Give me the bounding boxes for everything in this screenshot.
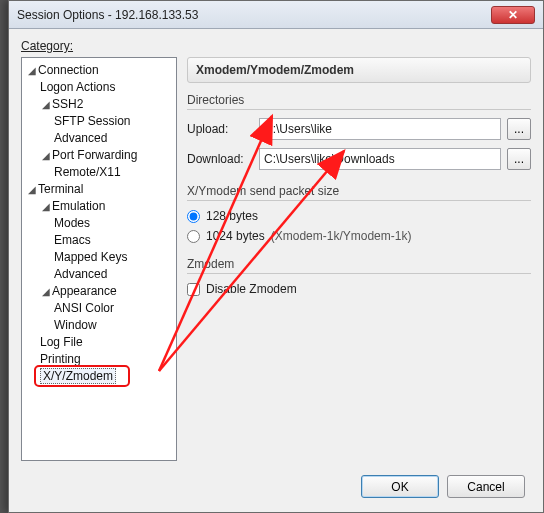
checkbox-disable-zmodem[interactable]: Disable Zmodem <box>187 282 531 296</box>
titlebar[interactable]: Session Options - 192.168.133.53 ✕ <box>9 1 543 29</box>
category-label: Category: <box>21 39 531 53</box>
upload-browse-button[interactable]: ... <box>507 118 531 140</box>
twist-icon[interactable]: ◢ <box>40 96 51 113</box>
tree-item-log-file[interactable]: Log File <box>40 334 174 351</box>
tree-item-mapped-keys[interactable]: Mapped Keys <box>54 249 174 266</box>
upload-label: Upload: <box>187 122 253 136</box>
group-title: X/Ymodem send packet size <box>187 184 531 198</box>
tree-item-ansi-color[interactable]: ANSI Color <box>54 300 174 317</box>
group-title: Directories <box>187 93 531 107</box>
tree-item-xyzmodem[interactable]: X/Y/Zmodem <box>40 368 174 385</box>
checkbox-input[interactable] <box>187 283 200 296</box>
category-tree[interactable]: ◢Connection Logon Actions ◢SSH2 SFTP Ses… <box>21 57 177 461</box>
tree-item-modes[interactable]: Modes <box>54 215 174 232</box>
close-button[interactable]: ✕ <box>491 6 535 24</box>
tree-item-appearance[interactable]: ◢Appearance ANSI Color Window <box>40 283 174 334</box>
tree-item-terminal[interactable]: ◢Terminal ◢Emulation Modes Emacs Mapped … <box>26 181 174 385</box>
tree-item-logon-actions[interactable]: Logon Actions <box>40 79 174 96</box>
tree-item-connection[interactable]: ◢Connection Logon Actions ◢SSH2 SFTP Ses… <box>26 62 174 181</box>
group-directories: Directories Upload: ... Download: ... <box>187 93 531 170</box>
session-options-dialog: Session Options - 192.168.133.53 ✕ Categ… <box>8 0 544 513</box>
close-icon: ✕ <box>508 9 518 21</box>
twist-icon[interactable]: ◢ <box>26 62 37 79</box>
download-path-input[interactable] <box>259 148 501 170</box>
tree-item-ssh2[interactable]: ◢SSH2 SFTP Session Advanced <box>40 96 174 147</box>
download-browse-button[interactable]: ... <box>507 148 531 170</box>
ok-button[interactable]: OK <box>361 475 439 498</box>
tree-item-advanced[interactable]: Advanced <box>54 130 174 147</box>
twist-icon[interactable]: ◢ <box>40 198 51 215</box>
group-title: Zmodem <box>187 257 531 271</box>
twist-icon[interactable]: ◢ <box>26 181 37 198</box>
download-label: Download: <box>187 152 253 166</box>
tree-item-emulation[interactable]: ◢Emulation Modes Emacs Mapped Keys Advan… <box>40 198 174 283</box>
tree-item-window[interactable]: Window <box>54 317 174 334</box>
upload-path-input[interactable] <box>259 118 501 140</box>
tree-item-printing[interactable]: Printing <box>40 351 174 368</box>
tree-item-advanced[interactable]: Advanced <box>54 266 174 283</box>
window-title: Session Options - 192.168.133.53 <box>17 8 198 22</box>
radio-input[interactable] <box>187 210 200 223</box>
tree-item-emacs[interactable]: Emacs <box>54 232 174 249</box>
tree-item-remote-x11[interactable]: Remote/X11 <box>54 164 174 181</box>
radio-input[interactable] <box>187 230 200 243</box>
radio-128-bytes[interactable]: 128 bytes <box>187 209 531 223</box>
settings-pane: Xmodem/Ymodem/Zmodem Directories Upload:… <box>187 57 531 461</box>
group-zmodem: Zmodem Disable Zmodem <box>187 257 531 296</box>
tree-item-sftp-session[interactable]: SFTP Session <box>54 113 174 130</box>
twist-icon[interactable]: ◢ <box>40 147 51 164</box>
radio-1024-bytes[interactable]: 1024 bytes (Xmodem-1k/Ymodem-1k) <box>187 229 531 243</box>
cancel-button[interactable]: Cancel <box>447 475 525 498</box>
group-packet-size: X/Ymodem send packet size 128 bytes 1024… <box>187 184 531 243</box>
twist-icon[interactable]: ◢ <box>40 283 51 300</box>
tree-item-port-forwarding[interactable]: ◢Port Forwarding Remote/X11 <box>40 147 174 181</box>
pane-heading: Xmodem/Ymodem/Zmodem <box>187 57 531 83</box>
